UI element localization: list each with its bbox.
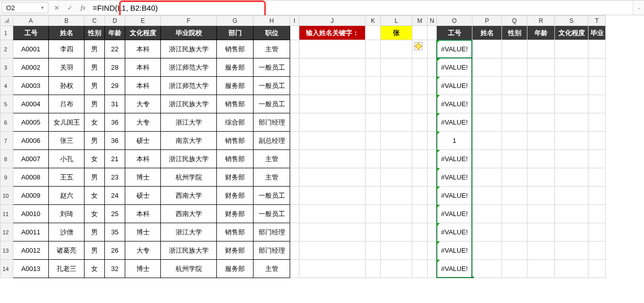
col-header-L[interactable]: L — [381, 16, 412, 26]
cell-A4[interactable]: A0003 — [13, 77, 49, 95]
cell-C6[interactable]: 女 — [85, 113, 105, 132]
cell-T4[interactable] — [589, 77, 606, 95]
cell-D8[interactable]: 21 — [105, 150, 125, 168]
cell-C1[interactable]: 性别 — [85, 26, 105, 40]
cell-S11[interactable] — [555, 205, 589, 223]
cell-M1[interactable] — [412, 26, 428, 40]
cell-M6[interactable] — [412, 113, 428, 132]
cell-E3[interactable]: 本科 — [125, 58, 161, 77]
cell-K6[interactable] — [366, 113, 381, 132]
cell-R12[interactable] — [527, 223, 555, 241]
cell-O5[interactable]: #VALUE! — [437, 95, 472, 113]
cell-B6[interactable]: 女儿国王 — [49, 113, 85, 132]
cell-F6[interactable]: 浙江大学 — [161, 113, 217, 132]
cell-R11[interactable] — [527, 205, 555, 223]
cell-F5[interactable]: 浙江民族大学 — [161, 95, 217, 113]
cell-K14[interactable] — [366, 260, 381, 278]
cell-I13[interactable] — [290, 241, 299, 260]
cell-Q8[interactable] — [502, 150, 527, 168]
row-header-2[interactable]: 2 — [1, 40, 13, 58]
col-header-H[interactable]: H — [254, 16, 290, 26]
cell-Q5[interactable] — [502, 95, 527, 113]
cell-G4[interactable]: 服务部 — [217, 77, 254, 95]
cell-J11[interactable] — [299, 205, 366, 223]
cell-R10[interactable] — [527, 187, 555, 205]
cell-E8[interactable]: 本科 — [125, 150, 161, 168]
cell-B10[interactable]: 赵六 — [49, 187, 85, 205]
cell-E6[interactable]: 大专 — [125, 113, 161, 132]
cell-K12[interactable] — [366, 223, 381, 241]
cell-G12[interactable]: 销售部 — [217, 223, 254, 241]
row-header-8[interactable]: 8 — [1, 150, 13, 168]
cell-H3[interactable]: 一般员工 — [254, 58, 290, 77]
cell-G14[interactable]: 服务部 — [217, 260, 254, 278]
cell-F11[interactable]: 西南大学 — [161, 205, 217, 223]
enter-button[interactable]: ✓ — [63, 1, 76, 15]
cell-R8[interactable] — [527, 150, 555, 168]
cell-E4[interactable]: 本科 — [125, 77, 161, 95]
cell-I12[interactable] — [290, 223, 299, 241]
cell-D6[interactable]: 36 — [105, 113, 125, 132]
cell-P3[interactable] — [472, 58, 502, 77]
cell-E13[interactable]: 大专 — [125, 241, 161, 260]
cell-S5[interactable] — [555, 95, 589, 113]
cell-Q13[interactable] — [502, 241, 527, 260]
cell-A2[interactable]: A0001 — [13, 40, 49, 58]
cell-O1[interactable]: 工号 — [437, 26, 472, 40]
cell-H9[interactable]: 主管 — [254, 168, 290, 187]
cell-M5[interactable] — [412, 95, 428, 113]
cell-Q7[interactable] — [502, 132, 527, 150]
cell-H10[interactable]: 一般员工 — [254, 187, 290, 205]
col-header-N[interactable]: N — [428, 16, 437, 26]
cell-Q11[interactable] — [502, 205, 527, 223]
cell-T14[interactable] — [589, 260, 606, 278]
cell-S3[interactable] — [555, 58, 589, 77]
cell-H7[interactable]: 副总经理 — [254, 132, 290, 150]
cell-I14[interactable] — [290, 260, 299, 278]
cell-K11[interactable] — [366, 205, 381, 223]
cell-R1[interactable]: 年龄 — [527, 26, 555, 40]
cell-L8[interactable] — [381, 150, 412, 168]
cell-Q3[interactable] — [502, 58, 527, 77]
col-header-E[interactable]: E — [125, 16, 161, 26]
cell-J2[interactable] — [299, 40, 366, 58]
cell-B4[interactable]: 孙权 — [49, 77, 85, 95]
cell-C2[interactable]: 男 — [85, 40, 105, 58]
cell-J14[interactable] — [299, 260, 366, 278]
cell-O7[interactable]: 1 — [437, 132, 472, 150]
cell-C12[interactable]: 男 — [85, 223, 105, 241]
col-header-D[interactable]: D — [105, 16, 125, 26]
cell-Q14[interactable] — [502, 260, 527, 278]
cell-F12[interactable]: 浙江大学 — [161, 223, 217, 241]
cell-C10[interactable]: 女 — [85, 187, 105, 205]
cell-C5[interactable]: 男 — [85, 95, 105, 113]
cell-P2[interactable] — [472, 40, 502, 58]
cell-T10[interactable] — [589, 187, 606, 205]
cell-H2[interactable]: 主管 — [254, 40, 290, 58]
cell-C13[interactable]: 男 — [85, 241, 105, 260]
cell-S7[interactable] — [555, 132, 589, 150]
cell-P10[interactable] — [472, 187, 502, 205]
col-header-M[interactable]: M — [412, 16, 428, 26]
cell-I1[interactable] — [290, 26, 299, 40]
cell-E11[interactable]: 本科 — [125, 205, 161, 223]
cell-J9[interactable] — [299, 168, 366, 187]
cell-N11[interactable] — [428, 205, 437, 223]
cell-F13[interactable]: 浙江民族大学 — [161, 241, 217, 260]
cell-N10[interactable] — [428, 187, 437, 205]
cell-S10[interactable] — [555, 187, 589, 205]
cell-T12[interactable] — [589, 223, 606, 241]
col-header-Q[interactable]: Q — [502, 16, 527, 26]
cell-K8[interactable] — [366, 150, 381, 168]
cell-J1[interactable]: 输入姓名关键字： — [299, 26, 366, 40]
cell-R7[interactable] — [527, 132, 555, 150]
cell-T7[interactable] — [589, 132, 606, 150]
cell-T13[interactable] — [589, 241, 606, 260]
cell-S14[interactable] — [555, 260, 589, 278]
cell-F7[interactable]: 南京大学 — [161, 132, 217, 150]
cell-B8[interactable]: 小孔 — [49, 150, 85, 168]
cell-K10[interactable] — [366, 187, 381, 205]
cell-H14[interactable]: 主管 — [254, 260, 290, 278]
cell-B5[interactable]: 吕布 — [49, 95, 85, 113]
cell-P1[interactable]: 姓名 — [472, 26, 502, 40]
